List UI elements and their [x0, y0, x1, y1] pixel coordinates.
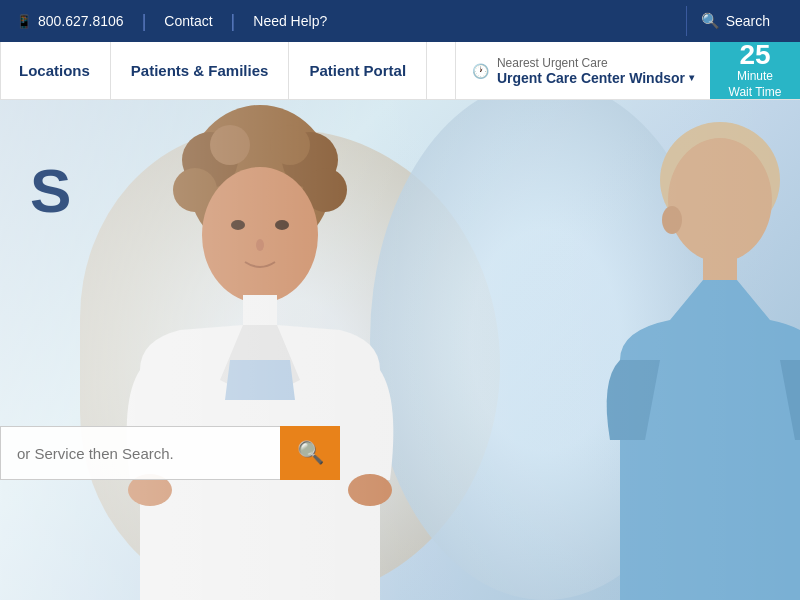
- nav-item-patients[interactable]: Patients & Families: [111, 42, 290, 99]
- wait-time-badge: 25 Minute Wait Time: [710, 42, 800, 99]
- search-submit-icon: 🔍: [297, 440, 324, 466]
- search-icon: 🔍: [701, 12, 720, 30]
- divider-1: |: [142, 11, 147, 32]
- phone-number-text: 800.627.8106: [38, 13, 124, 29]
- nav-bar: Locations Patients & Families Patient Po…: [0, 42, 800, 100]
- hero-search-input[interactable]: [0, 426, 280, 480]
- hero-section: S 🔍: [0, 100, 800, 600]
- hero-overlay: [0, 100, 800, 600]
- location-icon: 🕐: [472, 63, 489, 79]
- phone-icon: 📱: [16, 14, 32, 29]
- wait-text: Minute Wait Time: [729, 69, 782, 100]
- hero-text-area: S: [0, 160, 101, 222]
- chevron-down-icon: ▾: [689, 72, 694, 83]
- contact-link[interactable]: Contact: [164, 13, 212, 29]
- search-box: 🔍: [0, 426, 340, 480]
- hero-search-button[interactable]: 🔍: [280, 426, 340, 480]
- nav-left: Locations Patients & Families Patient Po…: [0, 42, 455, 99]
- urgent-care-text: Nearest Urgent Care Urgent Care Center W…: [497, 56, 694, 86]
- urgent-care-widget: 🕐 Nearest Urgent Care Urgent Care Center…: [455, 42, 800, 99]
- hero-heading: S: [30, 160, 71, 222]
- divider-2: |: [231, 11, 236, 32]
- search-button[interactable]: 🔍 Search: [686, 6, 784, 36]
- urgent-care-location: Urgent Care Center Windsor ▾: [497, 70, 694, 86]
- top-bar: 📱 800.627.8106 | Contact | Need Help? 🔍 …: [0, 0, 800, 42]
- nav-item-locations[interactable]: Locations: [0, 42, 111, 99]
- top-bar-left: 📱 800.627.8106 | Contact | Need Help?: [16, 11, 327, 32]
- wait-number: 25: [739, 41, 770, 69]
- phone-number[interactable]: 📱 800.627.8106: [16, 13, 124, 29]
- need-help-link[interactable]: Need Help?: [253, 13, 327, 29]
- search-label: Search: [726, 13, 770, 29]
- nearest-urgent-care-dropdown[interactable]: 🕐 Nearest Urgent Care Urgent Care Center…: [455, 42, 710, 99]
- urgent-care-label: Nearest Urgent Care: [497, 56, 608, 70]
- nav-item-portal[interactable]: Patient Portal: [289, 42, 427, 99]
